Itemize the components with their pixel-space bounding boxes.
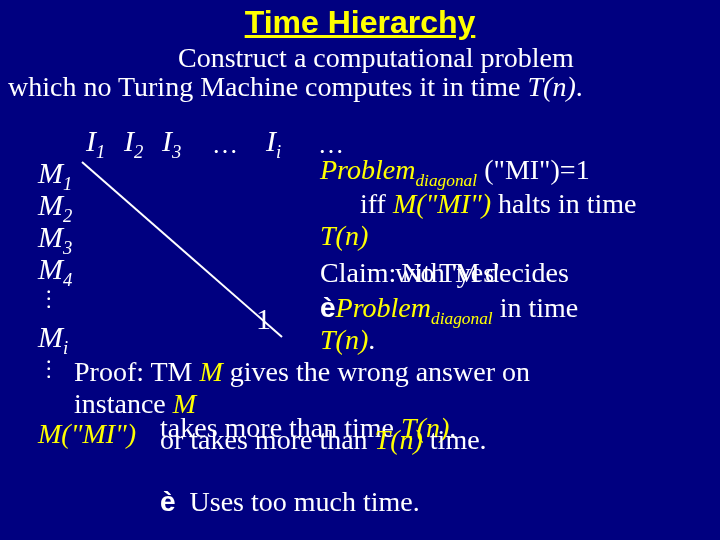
proof-l1b: M (200, 356, 223, 387)
diagonal-cell-one: 1 (256, 302, 271, 336)
row-M4: M4 (38, 252, 72, 291)
claim-pre: Claim (320, 257, 388, 288)
intro-line-1: Construct a computational problem (8, 43, 712, 72)
claim-dot: . (368, 324, 375, 355)
row-vdots-1: . . . (46, 282, 52, 305)
proof-l2: instance (74, 388, 173, 419)
proof-l1c: gives the wrong answer on (223, 356, 530, 387)
claim-tn: T(n). (320, 324, 375, 356)
proof-l1a: Proof: TM (74, 356, 200, 387)
intro-line-2a: which no Turing Machine computes it in t… (8, 71, 528, 102)
row-Mi-sub: i (63, 337, 68, 358)
row-M4-sub: 4 (63, 269, 72, 290)
claim-tn-text: T(n) (320, 324, 368, 355)
iff-post: halts in time (491, 188, 636, 219)
iff-mmi: M("MI") (393, 188, 491, 219)
proof-mmi: M("MI") (38, 418, 136, 450)
row-M3-sym: M (38, 220, 63, 253)
intro-line-2: which no Turing Machine computes it in t… (8, 72, 712, 101)
row-Mi: Mi (38, 320, 68, 359)
row-M1-sym: M (38, 156, 63, 189)
svg-line-0 (82, 162, 282, 337)
row-vdots-2: . . . (46, 352, 52, 375)
proof-l3b: time. (423, 424, 487, 455)
proof-line1: Proof: TM M gives the wrong answer on (74, 356, 530, 388)
row-M2-sym: M (38, 188, 63, 221)
claim-problem-word: Problem (336, 292, 431, 323)
problem-arg: ("MI")=1 (477, 154, 590, 185)
problem-def-line1: Problemdiagonal ("MI")=1 (320, 154, 590, 191)
intro-line-2c: . (576, 71, 583, 102)
intro-text: Construct a computational problem which … (0, 41, 720, 102)
problem-def-line2: iff M("MI") halts in time (360, 188, 637, 220)
proof-tn-ov: T(n) (375, 424, 423, 455)
claim-problem-sub: diagonal (431, 308, 493, 327)
iff-pre: iff (360, 188, 393, 219)
slide-title: Time Hierarchy (0, 0, 720, 41)
claim-tail: in time (493, 292, 579, 323)
proof-line4: è Uses too much time. (132, 454, 420, 540)
claim-line-overlay: with 'yes' (395, 257, 499, 289)
problem-def-tn: T(n) (320, 220, 368, 252)
intro-tn: T(n) (528, 71, 576, 102)
proof-l3a-ov: or takes more than (160, 424, 375, 455)
claim-arrow-icon: è (320, 292, 336, 323)
problem-word: Problem (320, 154, 415, 185)
proof-arrow-icon: è (160, 486, 176, 517)
problem-sub: diagonal (415, 170, 477, 189)
proof-line3-overlay: or takes more than T(n) time. (160, 424, 487, 456)
content-area: I1 I2 I3 … Ii … M1 M2 M3 M4 . . . Mi . .… (0, 102, 720, 532)
proof-l4: Uses too much time. (176, 486, 420, 517)
